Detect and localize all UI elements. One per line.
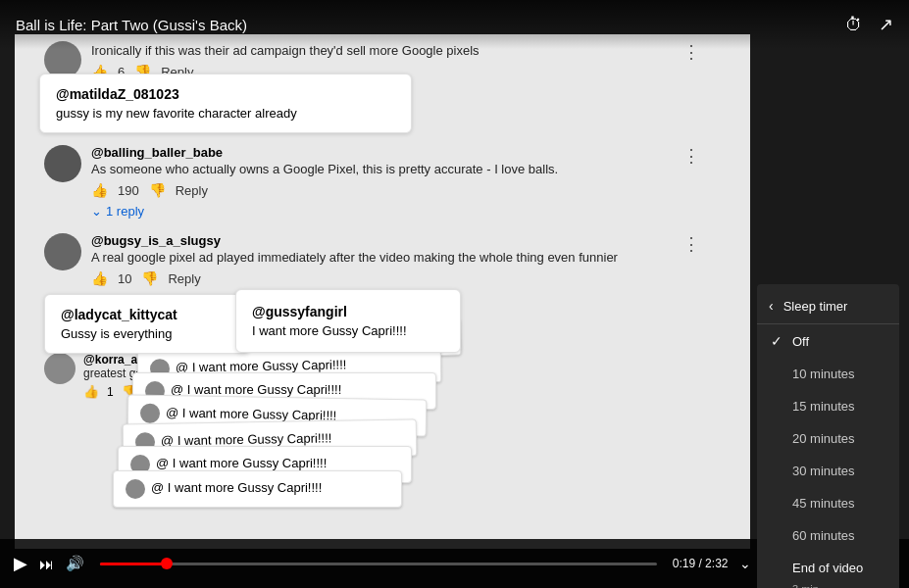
three-dot-3[interactable]: ⋮ (682, 233, 701, 255)
sleep-timer-15[interactable]: 15 minutes (757, 390, 899, 422)
time-display: 0:19 / 2:32 (673, 557, 729, 570)
sleep-timer-end-of-video[interactable]: End of video 3 min (757, 552, 899, 588)
like-count-2: 190 (118, 183, 139, 198)
sleep-timer-off[interactable]: ✓ Off (757, 324, 899, 358)
progress-thumb (161, 558, 173, 569)
avatar-2 (44, 145, 81, 182)
highlight-username-2: @ladycat_kittycat (61, 307, 233, 322)
thumb-up-korra[interactable]: 👍 (83, 384, 99, 399)
small-avatar-4 (140, 404, 160, 423)
comment-author-3: @bugsy_is_a_slugsy (91, 233, 731, 248)
highlight-card-matilda: @matildaZ_081023 gussy is my new favorit… (39, 74, 412, 133)
progress-bar-track[interactable] (100, 563, 657, 565)
highlight-text-3: I want more Gussy Capri!!!! (252, 323, 444, 338)
thumb-up-icon-3[interactable]: 👍 (91, 270, 108, 286)
highlight-text-2: Gussy is everything (61, 326, 233, 341)
watch-later-icon[interactable]: ⏱ (845, 15, 863, 35)
top-bar-icons: ⏱ ↗ (845, 14, 893, 35)
sleep-timer-20[interactable]: 20 minutes (757, 422, 899, 455)
stacked-cards-area: @ I want more Gussy Capri!!!! @ I want m… (98, 323, 490, 539)
sleep-timer-10-label: 10 minutes (792, 367, 855, 381)
comment-body-2: @balling_baller_babe As someone who actu… (91, 145, 731, 219)
comment-actions-2: 👍 190 👎 Reply (91, 182, 731, 198)
reply-btn-2[interactable]: Reply (176, 183, 208, 198)
end-of-video-row: End of video (771, 561, 863, 575)
share-icon[interactable]: ↗ (879, 14, 893, 35)
skip-forward-button[interactable]: ⏭ (39, 556, 54, 572)
stacked-text-7: I want more Gussy Capri!!!! (168, 480, 323, 495)
comment-author-2: @balling_baller_babe (91, 145, 731, 160)
highlight-card-gussyfangirl: @gussyfangirl I want more Gussy Capri!!!… (235, 289, 461, 353)
sleep-timer-60[interactable]: 60 minutes (757, 519, 899, 552)
thumb-down-icon-2[interactable]: 👎 (149, 182, 166, 198)
chevron-down-icon[interactable]: ⌄ (739, 556, 751, 571)
video-player: Ball is Life: Part Two (Gussi's Back) ⏱ … (0, 0, 909, 588)
like-count-3: 10 (118, 271, 131, 286)
volume-button[interactable]: 🔊 (66, 555, 84, 572)
comment-row-2: @balling_baller_babe As someone who actu… (44, 145, 731, 219)
progress-bar-fill (100, 563, 167, 565)
sleep-timer-15-label: 15 minutes (792, 399, 855, 414)
play-button[interactable]: ▶ (14, 553, 27, 574)
sleep-timer-30[interactable]: 30 minutes (757, 455, 899, 487)
sleep-timer-20-label: 20 minutes (792, 431, 855, 446)
back-arrow[interactable]: ‹ (769, 298, 774, 314)
comment-text-3: A real google pixel ad played immediatel… (91, 250, 731, 265)
sleep-timer-30-label: 30 minutes (792, 464, 855, 478)
end-of-video-sublabel: 3 min (792, 583, 819, 588)
sleep-timer-45-label: 45 minutes (792, 496, 855, 511)
avatar-korra (44, 353, 76, 384)
sleep-timer-60-label: 60 minutes (792, 528, 855, 543)
sleep-timer-45[interactable]: 45 minutes (757, 487, 899, 519)
sleep-timer-title: Sleep timer (783, 299, 848, 314)
avatar-3 (44, 233, 81, 270)
small-avatar-7 (126, 479, 145, 499)
thumb-up-icon-2[interactable]: 👍 (91, 182, 108, 198)
three-dot-2[interactable]: ⋮ (682, 145, 701, 167)
replies-toggle-2[interactable]: ⌄ 1 reply (91, 204, 731, 219)
highlight-text-1: gussy is my new favorite character alrea… (56, 106, 395, 121)
comment-row-3: @bugsy_is_a_slugsy A real google pixel a… (44, 233, 731, 286)
korra-likes: 1 (107, 385, 114, 399)
stacked-text-6: I want more Gussy Capri!!!! (173, 456, 328, 470)
top-bar: Ball is Life: Part Two (Gussi's Back) ⏱ … (0, 0, 909, 49)
thumb-down-icon-3[interactable]: 👎 (141, 270, 158, 286)
sleep-timer-header: ‹ Sleep timer (757, 288, 899, 324)
comment-body-3: @bugsy_is_a_slugsy A real google pixel a… (91, 233, 731, 286)
sleep-timer-dropdown: ‹ Sleep timer ✓ Off 10 minutes 15 minute… (757, 284, 899, 588)
comment-actions-3: 👍 10 👎 Reply (91, 270, 731, 286)
sleep-timer-off-label: Off (792, 334, 809, 349)
sleep-timer-10[interactable]: 10 minutes (757, 358, 899, 390)
check-off: ✓ (771, 333, 784, 349)
comment-text-2: As someone who actually owns a Google Pi… (91, 162, 731, 176)
video-title: Ball is Life: Part Two (Gussi's Back) (16, 17, 247, 33)
chevron-down-icon-2: ⌄ (91, 204, 102, 219)
highlight-card-ladycat: @ladycat_kittycat Gussy is everything (44, 294, 250, 354)
stacked-card-7: @ I want more Gussy Capri!!!! (113, 470, 402, 508)
highlight-username-3: @gussyfangirl (252, 304, 444, 319)
end-of-video-label: End of video (792, 561, 863, 575)
highlight-username-1: @matildaZ_081023 (56, 86, 395, 102)
reply-btn-3[interactable]: Reply (168, 271, 200, 286)
